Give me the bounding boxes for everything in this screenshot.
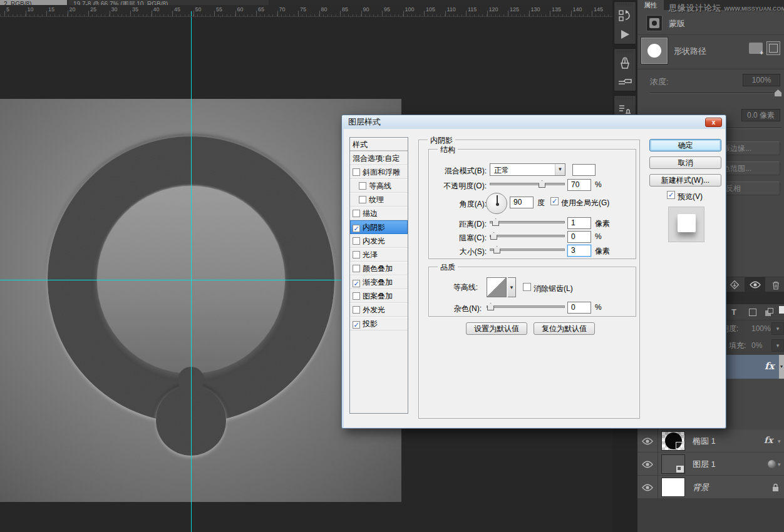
style-list-item-0[interactable]: 样式 — [350, 138, 408, 151]
checkbox-unchecked[interactable] — [359, 182, 366, 190]
style-list-item-13[interactable]: ✓投影 — [350, 317, 408, 330]
layer-row-background[interactable]: 背景 — [637, 476, 784, 499]
checkbox-checked[interactable]: ✓ — [353, 321, 360, 329]
style-list-item-9[interactable]: 颜色叠加 — [350, 262, 408, 275]
dialog-title[interactable]: 图层样式 — [342, 115, 726, 129]
ruler-number: 95 — [384, 6, 390, 13]
checkbox-unchecked[interactable] — [353, 306, 360, 314]
close-button[interactable]: x — [705, 118, 722, 127]
history-panel-button[interactable] — [614, 6, 636, 25]
contour-thumbnail[interactable] — [487, 277, 507, 297]
blend-mode-select[interactable]: 正常 ▼ — [490, 163, 565, 176]
visibility-toggle[interactable] — [637, 476, 658, 499]
choke-slider[interactable] — [490, 235, 565, 237]
reset-default-button[interactable]: 复位为默认值 — [534, 322, 595, 335]
layer-row-ellipse[interactable]: 椭圆 1 fx ▾ — [637, 429, 784, 453]
filter-type-icon[interactable]: T — [731, 307, 736, 317]
checkbox-unchecked[interactable] — [359, 196, 366, 203]
style-list-item-11[interactable]: 图案叠加 — [350, 289, 408, 303]
checkbox-unchecked[interactable] — [353, 265, 360, 272]
checkbox-checked[interactable]: ✓ — [353, 225, 360, 232]
horizontal-ruler[interactable]: 5101520253035404550556065707580859095100… — [0, 5, 612, 17]
document-tab-active[interactable]: 2, RGB/8) — [0, 0, 67, 5]
vector-mask-icon[interactable] — [766, 41, 780, 55]
cancel-button[interactable]: 取消 — [649, 156, 721, 169]
checkbox-unchecked[interactable] — [353, 251, 360, 258]
global-light-checkbox[interactable]: ✓ — [550, 197, 559, 205]
layer-thumbnail[interactable] — [661, 478, 685, 497]
set-default-button[interactable]: 设置为默认值 — [466, 322, 527, 335]
layer-name[interactable]: 图层 1 — [693, 453, 716, 476]
noise-input[interactable]: 0 — [567, 302, 591, 314]
fx-badge[interactable]: fx — [764, 435, 773, 445]
ruler-tick — [466, 11, 467, 16]
density-value[interactable]: 100% — [743, 74, 780, 86]
opacity-dropdown[interactable]: ▾ — [771, 322, 784, 335]
style-list-item-10[interactable]: ✓渐变叠加 — [350, 275, 408, 289]
filter-shape-icon[interactable] — [749, 309, 756, 316]
brush-panel-button[interactable] — [614, 72, 636, 91]
size-slider[interactable] — [490, 248, 565, 251]
collapse-effects-strip[interactable]: ▾ — [779, 355, 784, 379]
layer-thumbnail[interactable] — [661, 454, 685, 474]
brush-presets-panel-button[interactable] — [614, 53, 636, 72]
antialias-checkbox[interactable] — [523, 283, 531, 291]
style-list-item-3[interactable]: 等高线 — [350, 179, 408, 193]
opacity-value[interactable]: 100% — [751, 320, 771, 337]
eye-icon — [750, 281, 761, 289]
distance-input[interactable]: 1 — [567, 217, 591, 229]
filter-toggle[interactable] — [779, 306, 784, 314]
mask-visibility-button[interactable] — [745, 277, 765, 292]
angle-input[interactable]: 90 — [510, 197, 534, 208]
visibility-toggle[interactable] — [637, 429, 658, 453]
density-slider[interactable] — [650, 93, 781, 94]
delete-mask-button[interactable] — [765, 277, 784, 292]
filter-smart-object-icon[interactable] — [765, 308, 773, 316]
layer-thumbnail[interactable] — [661, 431, 685, 451]
angle-dial[interactable] — [486, 193, 507, 214]
opacity-input[interactable]: 70 — [567, 179, 591, 191]
collapse-arrow[interactable]: ▾ — [778, 461, 781, 468]
new-style-button[interactable]: 新建样式(W)... — [649, 174, 721, 187]
checkbox-unchecked[interactable] — [353, 292, 360, 300]
apply-mask-button[interactable] — [724, 277, 745, 292]
document-tab-inactive[interactable]: 19.7-8 @ 66.7% (图层 10, RGB/8) — [68, 0, 269, 5]
shape-path-thumbnail[interactable] — [641, 38, 668, 64]
shadow-color-swatch[interactable] — [572, 164, 596, 176]
checkbox-unchecked[interactable] — [353, 168, 360, 176]
fx-badge[interactable]: fx — [765, 361, 774, 372]
layer-name[interactable]: 椭圆 1 — [693, 429, 716, 453]
add-pixel-mask-icon[interactable] — [749, 43, 763, 54]
opacity-slider[interactable] — [490, 183, 565, 185]
style-list-item-6[interactable]: ✓内阴影 — [350, 220, 408, 234]
choke-input[interactable]: 0 — [567, 231, 591, 243]
preview-checkbox[interactable]: ✓ — [667, 191, 675, 199]
style-list-item-5[interactable]: 描边 — [350, 207, 408, 220]
layer-name[interactable]: 背景 — [693, 476, 709, 499]
collapse-effects-arrow[interactable]: ▾ — [778, 438, 781, 444]
fill-value[interactable]: 0% — [751, 337, 762, 354]
noise-slider[interactable] — [487, 305, 565, 308]
layer-row-layer1[interactable]: 图层 1 ▾ — [637, 453, 784, 476]
ok-button[interactable]: 确定 — [649, 139, 721, 151]
density-slider-handle[interactable] — [775, 90, 781, 96]
checkbox-unchecked[interactable] — [353, 210, 360, 217]
style-list-item-8[interactable]: 光泽 — [350, 248, 408, 262]
feather-value[interactable]: 0.0 像素 — [741, 109, 780, 121]
fill-dropdown[interactable]: ▾ — [771, 339, 784, 352]
vertical-guide[interactable] — [191, 17, 192, 532]
checkbox-checked[interactable]: ✓ — [353, 280, 360, 287]
size-input[interactable]: 3 — [567, 245, 591, 257]
visibility-toggle[interactable] — [637, 453, 658, 476]
actions-panel-button[interactable] — [614, 25, 636, 44]
tab-properties[interactable]: 属性 — [637, 0, 664, 10]
distance-slider[interactable] — [490, 221, 565, 223]
style-list-item-2[interactable]: 斜面和浮雕 — [350, 165, 408, 179]
style-list-item-12[interactable]: 外发光 — [350, 303, 408, 317]
contour-dropdown[interactable]: ▼ — [508, 277, 516, 297]
style-list-item-4[interactable]: 纹理 — [350, 193, 408, 207]
checkbox-unchecked[interactable] — [353, 237, 360, 245]
style-list-item-1[interactable]: 混合选项:自定 — [350, 151, 408, 165]
style-list-item-7[interactable]: 内发光 — [350, 234, 408, 248]
style-item-label: 光泽 — [363, 250, 378, 259]
